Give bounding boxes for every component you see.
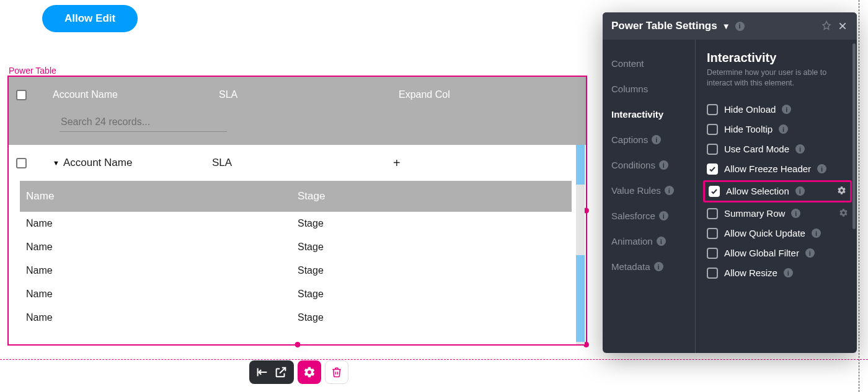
nested-cell-stage: Stage (298, 312, 324, 323)
checkbox[interactable] (707, 144, 718, 155)
panel-scrollbar[interactable] (852, 43, 856, 229)
checkbox[interactable] (707, 208, 718, 219)
scrollbar-thumb[interactable] (576, 145, 585, 185)
column-header-account-name[interactable]: Account Name (53, 89, 219, 100)
expand-caret-icon[interactable]: ▼ (53, 159, 60, 167)
settings-button[interactable] (298, 360, 321, 384)
info-icon[interactable]: i (659, 160, 668, 170)
settings-content: Interactivity Determine how your user is… (696, 40, 857, 353)
option-label: Summary Row (724, 208, 785, 219)
nested-table: Name Stage Name Stage Name Stage Name St… (20, 181, 572, 329)
nav-content[interactable]: Content (603, 51, 695, 76)
delete-button[interactable] (325, 360, 348, 384)
power-table-component[interactable]: Account Name SLA Expand Col ▼ Account Na… (7, 76, 587, 346)
option-hide-tooltip[interactable]: Hide Tooltip i (707, 120, 848, 139)
option-allow-quick-update[interactable]: Allow Quick Update i (707, 224, 848, 243)
nested-cell-name: Name (26, 312, 298, 323)
checkbox[interactable] (707, 104, 718, 115)
info-icon[interactable]: i (659, 211, 668, 220)
info-icon[interactable]: i (805, 248, 815, 258)
option-label: Allow Selection (726, 186, 789, 196)
section-title: Interactivity (707, 51, 848, 65)
align-left-icon[interactable] (255, 365, 269, 379)
nav-captions[interactable]: Captionsi (603, 127, 695, 152)
checkbox[interactable] (707, 248, 718, 259)
info-icon[interactable]: i (652, 135, 661, 144)
nav-conditions[interactable]: Conditionsi (603, 152, 695, 178)
close-icon[interactable] (837, 20, 848, 32)
nested-row[interactable]: Name Stage (20, 306, 572, 329)
section-subtitle: Determine how your user is able to inter… (707, 68, 848, 89)
option-use-card-mode[interactable]: Use Card Mode i (707, 139, 848, 159)
option-allow-global-filter[interactable]: Allow Global Filter i (707, 243, 848, 263)
nested-header: Name Stage (20, 181, 572, 212)
select-all-checkbox[interactable] (16, 90, 27, 100)
option-label: Use Card Mode (724, 144, 789, 154)
settings-nav: Content Columns Interactivity Captionsi … (603, 40, 696, 353)
nested-cell-stage: Stage (298, 265, 324, 276)
option-allow-freeze-header[interactable]: Allow Freeze Header i (707, 159, 848, 179)
option-allow-selection[interactable]: Allow Selection i (709, 185, 846, 198)
horizontal-guide-line (0, 359, 868, 360)
table-header: Account Name SLA Expand Col (9, 77, 586, 145)
pin-icon[interactable] (821, 20, 832, 32)
nested-row[interactable]: Name Stage (20, 259, 572, 282)
component-label: Power Table (9, 66, 56, 76)
component-toolbar (249, 360, 348, 384)
vertical-guide-line (859, 0, 859, 392)
info-icon[interactable]: i (791, 209, 800, 218)
info-icon[interactable]: i (654, 262, 663, 271)
checkbox[interactable] (707, 124, 718, 135)
option-label: Allow Quick Update (724, 228, 805, 238)
info-icon[interactable]: i (784, 268, 793, 277)
table-row[interactable]: ▼ Account Name SLA + (9, 145, 586, 181)
info-icon[interactable]: i (795, 144, 805, 154)
nav-value-rules[interactable]: Value Rulesi (603, 178, 695, 203)
nested-cell-name: Name (26, 265, 298, 276)
nested-row[interactable]: Name Stage (20, 212, 572, 235)
chevron-down-icon[interactable]: ▼ (722, 22, 730, 31)
info-icon[interactable]: i (817, 164, 826, 173)
option-label: Hide Tooltip (724, 124, 773, 134)
option-label: Allow Global Filter (724, 248, 799, 258)
nested-row[interactable]: Name Stage (20, 235, 572, 259)
scrollbar-thumb-nested[interactable] (576, 255, 585, 342)
gear-icon[interactable] (837, 186, 846, 197)
allow-edit-button[interactable]: Allow Edit (42, 5, 138, 32)
option-label: Allow Freeze Header (724, 163, 811, 174)
info-icon[interactable]: i (812, 229, 821, 238)
option-hide-onload[interactable]: Hide Onload i (707, 100, 848, 120)
info-icon[interactable]: i (795, 186, 805, 196)
checkbox-checked[interactable] (707, 163, 718, 175)
info-icon[interactable]: i (782, 105, 791, 114)
open-external-icon[interactable] (274, 365, 288, 379)
nav-columns[interactable]: Columns (603, 76, 695, 102)
nested-col-name[interactable]: Name (26, 190, 298, 203)
settings-panel: Power Table Settings ▼ i Content Columns… (603, 12, 857, 353)
nav-metadata[interactable]: Metadatai (603, 254, 695, 279)
checkbox-checked[interactable] (709, 186, 720, 197)
option-summary-row[interactable]: Summary Row i (707, 204, 848, 224)
nested-col-stage[interactable]: Stage (298, 190, 325, 203)
row-checkbox[interactable] (16, 158, 27, 168)
info-icon[interactable]: i (735, 22, 745, 31)
info-icon[interactable]: i (779, 124, 788, 134)
nav-salesforce[interactable]: Salesforcei (603, 203, 695, 229)
nested-cell-stage: Stage (298, 242, 324, 253)
column-header-sla[interactable]: SLA (219, 89, 399, 100)
info-icon[interactable]: i (657, 237, 666, 246)
search-input[interactable] (60, 113, 227, 132)
nav-animation[interactable]: Animationi (603, 229, 695, 254)
checkbox[interactable] (707, 268, 718, 279)
highlighted-option: Allow Selection i (703, 180, 852, 203)
panel-title: Power Table Settings (611, 20, 717, 32)
checkbox[interactable] (707, 228, 718, 239)
gear-icon[interactable] (839, 208, 848, 219)
nested-row[interactable]: Name Stage (20, 282, 572, 306)
info-icon[interactable]: i (665, 186, 674, 195)
option-allow-resize[interactable]: Allow Resize i (707, 263, 848, 283)
column-header-expand[interactable]: Expand Col (399, 89, 450, 100)
nav-interactivity[interactable]: Interactivity (603, 102, 695, 127)
nested-cell-name: Name (26, 289, 298, 300)
expand-col-button[interactable]: + (393, 156, 401, 170)
